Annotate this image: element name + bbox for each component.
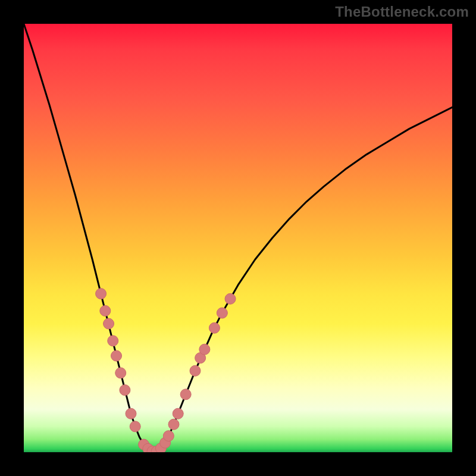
curve-marker [115, 368, 126, 378]
curve-marker [180, 389, 191, 400]
curve-marker [225, 293, 236, 304]
chart-frame: TheBottleneck.com [0, 0, 476, 476]
curve-marker [120, 385, 130, 396]
bottleneck-curve [24, 24, 452, 452]
curve-marker [96, 289, 107, 299]
plot-area [24, 24, 452, 452]
curve-marker [209, 322, 220, 333]
curve-marker [199, 344, 210, 355]
curve-marker [100, 305, 111, 316]
curve-marker [217, 308, 227, 318]
curve-marker [173, 408, 183, 419]
chart-svg [24, 24, 452, 452]
curve-marker [163, 431, 174, 441]
watermark-text: TheBottleneck.com [335, 4, 469, 20]
curve-marker [111, 350, 122, 361]
curve-markers [96, 289, 236, 452]
curve-marker [108, 336, 118, 346]
curve-marker [126, 408, 136, 419]
curve-marker [168, 419, 179, 430]
curve-marker [190, 365, 201, 376]
curve-marker [104, 318, 114, 329]
curve-marker [130, 421, 140, 432]
